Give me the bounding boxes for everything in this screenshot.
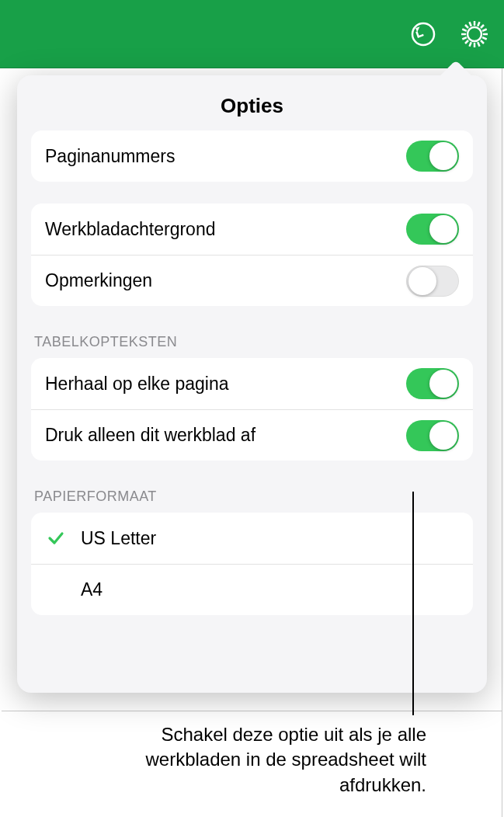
svg-point-1 [468, 27, 481, 41]
group-table-headers: Herhaal op elke pagina Druk alleen dit w… [31, 358, 473, 461]
row-comments: Opmerkingen [31, 255, 473, 306]
checkmark-icon [45, 529, 67, 548]
print-this-sheet-only-label: Druk alleen dit werkblad af [45, 425, 255, 446]
popover-title: Opties [17, 75, 487, 130]
group-sheet-options: Werkbladachtergrond Opmerkingen [31, 203, 473, 306]
svg-line-15 [462, 37, 467, 39]
svg-line-11 [469, 42, 471, 47]
row-repeat-every-page: Herhaal op elke pagina [31, 358, 473, 409]
paper-format-section-title: PAPIERFORMAAT [31, 482, 473, 513]
svg-line-12 [469, 22, 471, 26]
svg-line-8 [481, 25, 484, 28]
print-this-sheet-only-toggle[interactable] [406, 420, 459, 451]
options-popover: Opties Paginanummers Werkbladachtergrond… [17, 75, 487, 693]
svg-line-9 [465, 40, 468, 43]
comments-toggle[interactable] [406, 266, 459, 297]
undo-icon[interactable] [406, 17, 440, 51]
a4-label: A4 [81, 579, 103, 600]
repeat-every-page-toggle[interactable] [406, 368, 459, 399]
svg-line-7 [481, 40, 484, 43]
top-toolbar [0, 0, 504, 68]
repeat-every-page-label: Herhaal op elke pagina [45, 374, 229, 395]
row-print-this-sheet-only: Druk alleen dit werkblad af [31, 409, 473, 461]
svg-line-10 [478, 22, 479, 26]
group-paper-format: US Letter A4 [31, 513, 473, 615]
callout-text: Schakel deze optie uit als je alle werkb… [101, 722, 426, 798]
comments-label: Opmerkingen [45, 270, 152, 291]
row-page-numbers: Paginanummers [31, 130, 473, 182]
svg-line-16 [462, 29, 467, 30]
svg-line-14 [482, 29, 487, 30]
page-numbers-toggle[interactable] [406, 141, 459, 172]
ruler-line [2, 711, 502, 711]
table-headers-section-title: TABELKOPTEKSTEN [31, 328, 473, 358]
gear-icon[interactable] [457, 17, 492, 51]
callout-leader-line [412, 492, 414, 715]
svg-line-6 [465, 25, 468, 28]
paper-option-a4[interactable]: A4 [31, 564, 473, 615]
sheet-background-label: Werkbladachtergrond [45, 219, 215, 240]
svg-line-13 [478, 42, 479, 47]
page-numbers-label: Paginanummers [45, 146, 175, 167]
us-letter-label: US Letter [81, 528, 156, 549]
paper-option-us-letter[interactable]: US Letter [31, 513, 473, 564]
svg-line-17 [482, 37, 487, 39]
group-page-numbers: Paginanummers [31, 130, 473, 182]
row-sheet-background: Werkbladachtergrond [31, 203, 473, 255]
sheet-background-toggle[interactable] [406, 214, 459, 245]
